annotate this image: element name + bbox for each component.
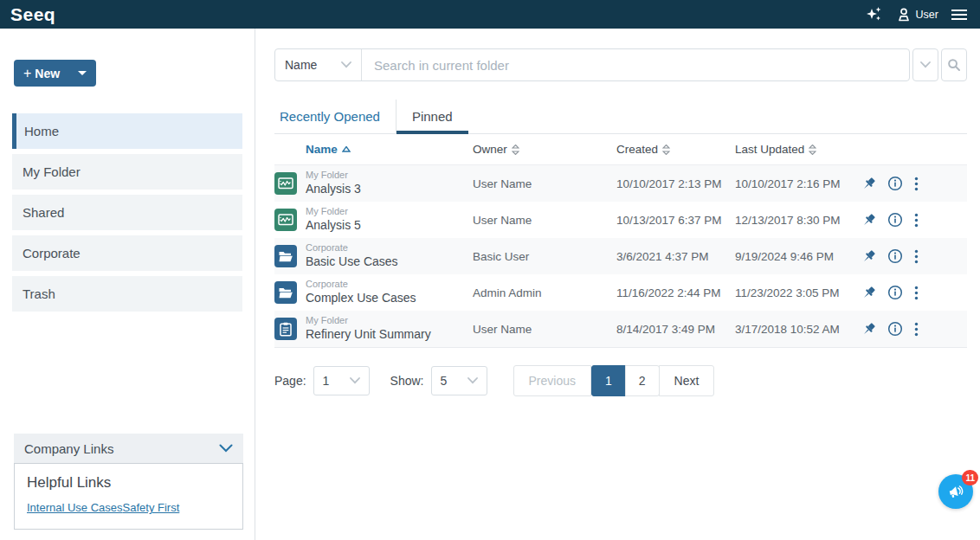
page-button-1[interactable]: 1	[591, 365, 626, 396]
search-input[interactable]	[362, 49, 909, 80]
column-header-last-updated[interactable]: Last Updated	[735, 143, 857, 156]
sidebar-item-my-folder[interactable]: My Folder	[12, 154, 242, 190]
sidebar-item-home[interactable]: Home	[12, 113, 242, 149]
search-bar: Name	[274, 48, 967, 81]
item-name-link[interactable]: Analysis 3	[306, 182, 473, 197]
sort-asc-icon	[342, 146, 351, 153]
page-select-value: 1	[323, 374, 330, 388]
table-row[interactable]: Corporate Complex Use Cases Admin Admin …	[274, 274, 967, 311]
search-field-value: Name	[285, 58, 317, 72]
info-icon[interactable]	[887, 176, 903, 191]
chevron-down-icon	[341, 61, 351, 68]
table-row[interactable]: My Folder Analysis 5 User Name 10/13/201…	[274, 202, 967, 238]
pin-icon[interactable]	[861, 322, 876, 337]
item-created: 10/10/2017 2:13 PM	[616, 177, 735, 190]
show-select[interactable]: 5	[431, 366, 487, 395]
item-folder-label: Corporate	[306, 279, 473, 291]
item-updated: 9/19/2024 9:46 PM	[735, 250, 857, 263]
announcements-button[interactable]: 11	[938, 474, 973, 509]
chevron-down-icon	[920, 61, 931, 68]
hamburger-menu-icon[interactable]	[951, 8, 968, 22]
item-owner: Admin Admin	[473, 286, 616, 299]
item-name-link[interactable]: Refinery Unit Summary	[306, 327, 473, 343]
search-field-selector[interactable]: Name	[275, 49, 362, 80]
tab-label: Recently Opened	[280, 109, 380, 124]
column-label: Created	[616, 143, 658, 156]
column-header-name[interactable]: Name	[306, 143, 473, 156]
tab-pinned[interactable]: Pinned	[396, 100, 468, 133]
sidebar-item-label: My Folder	[23, 164, 81, 179]
kebab-menu-icon[interactable]	[914, 177, 919, 191]
pin-icon[interactable]	[861, 249, 876, 264]
sidebar: + New Home My Folder Shared Corporate Tr…	[0, 29, 255, 540]
item-name-link[interactable]: Basic Use Cases	[306, 254, 473, 270]
kebab-menu-icon[interactable]	[914, 249, 919, 264]
page-button-2[interactable]: 2	[625, 365, 660, 396]
item-created: 8/14/2017 3:49 PM	[616, 323, 735, 336]
next-page-button[interactable]: Next	[659, 365, 715, 396]
pin-icon[interactable]	[861, 213, 876, 228]
previous-page-button[interactable]: Previous	[513, 365, 591, 396]
megaphone-icon	[946, 482, 965, 501]
sidebar-item-label: Corporate	[23, 246, 81, 260]
sidebar-item-label: Home	[24, 124, 59, 138]
item-updated: 10/10/2017 2:16 PM	[735, 177, 857, 190]
item-created: 11/16/2022 2:44 PM	[616, 286, 735, 299]
pin-icon[interactable]	[861, 177, 876, 191]
sidebar-item-shared[interactable]: Shared	[12, 195, 242, 230]
info-icon[interactable]	[887, 321, 903, 337]
folder-icon	[274, 281, 297, 304]
search-options-button[interactable]	[912, 48, 938, 81]
column-label: Owner	[473, 143, 507, 156]
top-navbar: Seeq User	[0, 0, 980, 29]
item-folder-label: My Folder	[306, 170, 473, 182]
item-created: 3/6/2021 4:37 PM	[616, 250, 735, 263]
sidebar-item-corporate[interactable]: Corporate	[12, 235, 242, 271]
folder-icon	[274, 245, 297, 267]
search-submit-button[interactable]	[941, 48, 967, 81]
item-owner: Basic User	[473, 250, 616, 263]
table-row[interactable]: My Folder Analysis 3 User Name 10/10/201…	[274, 165, 967, 202]
column-label: Name	[306, 143, 338, 156]
item-updated: 3/17/2018 10:52 AM	[735, 323, 857, 336]
info-icon[interactable]	[887, 248, 903, 264]
notification-badge: 11	[962, 470, 978, 485]
table-row[interactable]: Corporate Basic Use Cases Basic User 3/6…	[274, 238, 967, 274]
content-tabs: Recently Opened Pinned	[274, 100, 967, 134]
page-label: Page:	[274, 374, 306, 388]
column-header-owner[interactable]: Owner	[473, 143, 616, 156]
show-select-value: 5	[441, 374, 448, 388]
tab-recently-opened[interactable]: Recently Opened	[274, 100, 396, 133]
seeq-logo: Seeq	[10, 5, 55, 23]
ai-sparkles-icon[interactable]	[865, 6, 884, 23]
info-icon[interactable]	[887, 285, 903, 300]
sidebar-item-trash[interactable]: Trash	[12, 276, 242, 312]
table-header-row: NameOwnerCreatedLast Updated	[274, 134, 967, 165]
new-button[interactable]: + New	[14, 60, 96, 87]
pin-icon[interactable]	[861, 286, 876, 300]
chevron-down-icon	[219, 444, 233, 453]
sort-icon	[662, 145, 670, 155]
user-menu[interactable]: User	[896, 7, 938, 22]
analysis-icon	[274, 209, 297, 231]
link-safety-first[interactable]: Safety First	[123, 501, 180, 514]
pager-buttons: Previous 12 Next	[513, 365, 715, 396]
column-header-created[interactable]: Created	[616, 143, 735, 156]
link-internal-use-cases[interactable]: Internal Use Cases	[27, 501, 123, 514]
kebab-menu-icon[interactable]	[914, 322, 919, 337]
item-updated: 12/13/2017 8:30 PM	[735, 214, 857, 227]
item-folder-label: Corporate	[306, 242, 473, 254]
new-button-label: New	[35, 67, 78, 80]
company-links-section: Company Links Helpful Links Internal Use…	[14, 434, 243, 530]
pagination: Page: 1 Show: 5 Previous 12 Next	[274, 365, 967, 396]
sidebar-item-label: Trash	[23, 286, 55, 301]
kebab-menu-icon[interactable]	[914, 213, 919, 228]
company-links-header[interactable]: Company Links	[14, 434, 243, 463]
table-row[interactable]: My Folder Refinery Unit Summary User Nam…	[274, 311, 967, 347]
kebab-menu-icon[interactable]	[914, 286, 919, 300]
item-name-link[interactable]: Analysis 5	[306, 218, 473, 234]
page-select[interactable]: 1	[313, 366, 370, 395]
item-folder-label: My Folder	[306, 315, 473, 327]
info-icon[interactable]	[887, 212, 903, 228]
item-name-link[interactable]: Complex Use Cases	[306, 291, 473, 306]
